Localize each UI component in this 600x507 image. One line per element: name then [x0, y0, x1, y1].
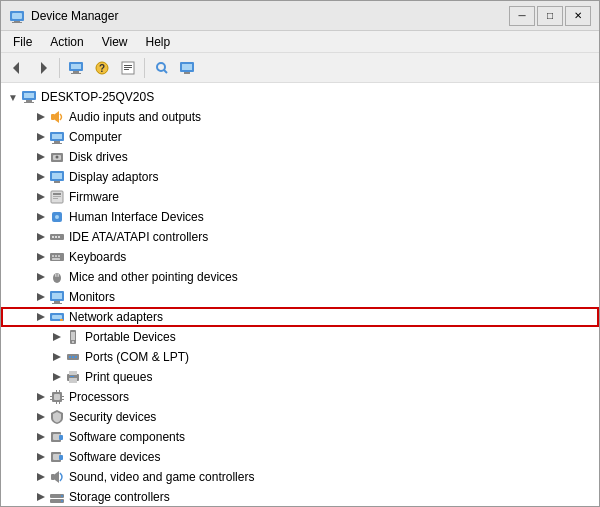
- display-label: Display adaptors: [69, 170, 158, 184]
- expander-disk[interactable]: [33, 149, 49, 165]
- svg-rect-57: [55, 255, 57, 257]
- expander-audio[interactable]: [33, 109, 49, 125]
- expander-print[interactable]: [49, 369, 65, 385]
- svg-rect-20: [184, 72, 190, 74]
- expander-computer[interactable]: [33, 129, 49, 145]
- firmware-label: Firmware: [69, 190, 119, 204]
- expander-sound[interactable]: [33, 469, 49, 485]
- svg-rect-68: [52, 303, 62, 304]
- tree-item-computer[interactable]: Computer: [1, 127, 599, 147]
- toolbar-separator-1: [59, 58, 60, 78]
- tree-item-processors[interactable]: Processors: [1, 387, 599, 407]
- svg-rect-102: [59, 435, 63, 440]
- properties-button[interactable]: [116, 56, 140, 80]
- svg-marker-46: [37, 213, 45, 221]
- ports-icon: [65, 349, 81, 365]
- svg-rect-89: [54, 394, 60, 400]
- svg-marker-107: [37, 473, 45, 481]
- forward-button[interactable]: [31, 56, 55, 80]
- menu-action[interactable]: Action: [42, 33, 91, 51]
- ports-label: Ports (COM & LPT): [85, 350, 189, 364]
- tree-item-hid[interactable]: Human Interface Devices: [1, 207, 599, 227]
- firmware-icon: [49, 189, 65, 205]
- expander-portable[interactable]: [49, 329, 65, 345]
- svg-rect-106: [59, 455, 63, 460]
- svg-rect-1: [12, 13, 22, 19]
- tree-item-firmware[interactable]: Firmware: [1, 187, 599, 207]
- network-label: Network adapters: [69, 310, 163, 324]
- processors-label: Processors: [69, 390, 129, 404]
- expander-softdev[interactable]: [33, 449, 49, 465]
- tree-root-item[interactable]: ▼ DESKTOP-25QV20S: [1, 87, 599, 107]
- tree-item-storage[interactable]: Storage controllers: [1, 487, 599, 506]
- root-icon: [21, 89, 37, 105]
- expander-storage[interactable]: [33, 489, 49, 505]
- display-button[interactable]: [175, 56, 199, 80]
- tree-item-softcomp[interactable]: Software components: [1, 427, 599, 447]
- maximize-button[interactable]: □: [537, 6, 563, 26]
- tree-item-portable[interactable]: Portable Devices: [1, 327, 599, 347]
- svg-rect-81: [75, 356, 77, 358]
- svg-rect-71: [52, 315, 62, 319]
- tree-item-print[interactable]: Print queues: [1, 367, 599, 387]
- menu-view[interactable]: View: [94, 33, 136, 51]
- expander-monitors[interactable]: [33, 289, 49, 305]
- svg-rect-95: [50, 399, 52, 400]
- tree-item-sound[interactable]: Sound, video and game controllers: [1, 467, 599, 487]
- expander-keyboard[interactable]: [33, 249, 49, 265]
- menu-help[interactable]: Help: [138, 33, 179, 51]
- tree-item-security[interactable]: Security devices: [1, 407, 599, 427]
- expander-processors[interactable]: [33, 389, 49, 405]
- tree-item-ide[interactable]: IDE ATA/ATAPI controllers: [1, 227, 599, 247]
- window-icon: [9, 8, 25, 24]
- tree-item-keyboard[interactable]: Keyboards: [1, 247, 599, 267]
- expander-hid[interactable]: [33, 209, 49, 225]
- expander-network[interactable]: [33, 309, 49, 325]
- tree-item-ports[interactable]: Ports (COM & LPT): [1, 347, 599, 367]
- disk-icon: [49, 149, 65, 165]
- expander-softcomp[interactable]: [33, 429, 49, 445]
- expander-security[interactable]: [33, 409, 49, 425]
- expander-display[interactable]: [33, 169, 49, 185]
- security-label: Security devices: [69, 410, 156, 424]
- sound-label: Sound, video and game controllers: [69, 470, 254, 484]
- svg-marker-87: [37, 393, 45, 401]
- svg-rect-53: [58, 236, 60, 238]
- expander-ide[interactable]: [33, 229, 49, 245]
- svg-rect-44: [53, 196, 61, 197]
- device-manager-window: Device Manager ─ □ ✕ File Action View He…: [0, 0, 600, 507]
- scan-button[interactable]: [149, 56, 173, 80]
- minimize-button[interactable]: ─: [509, 6, 535, 26]
- tree-item-disk[interactable]: Disk drives: [1, 147, 599, 167]
- svg-rect-93: [59, 402, 60, 404]
- tree-item-monitors[interactable]: Monitors: [1, 287, 599, 307]
- expander-mice[interactable]: [33, 269, 49, 285]
- tree-item-network[interactable]: Network adapters: [1, 307, 599, 327]
- svg-rect-79: [69, 356, 71, 358]
- tree-item-display[interactable]: Display adaptors: [1, 167, 599, 187]
- svg-rect-108: [51, 474, 55, 480]
- hid-label: Human Interface Devices: [69, 210, 204, 224]
- menu-file[interactable]: File: [5, 33, 40, 51]
- svg-rect-9: [71, 73, 81, 74]
- expander-firmware[interactable]: [33, 189, 49, 205]
- disk-label: Disk drives: [69, 150, 128, 164]
- help-button[interactable]: ?: [90, 56, 114, 80]
- computer-button[interactable]: [64, 56, 88, 80]
- svg-marker-5: [41, 62, 47, 74]
- svg-rect-30: [52, 134, 62, 139]
- svg-point-76: [72, 341, 74, 343]
- svg-marker-37: [37, 173, 45, 181]
- expander-ports[interactable]: [49, 349, 65, 365]
- print-label: Print queues: [85, 370, 152, 384]
- svg-rect-22: [24, 93, 34, 98]
- device-tree[interactable]: ▼ DESKTOP-25QV20S Audio inputs and outpu…: [1, 83, 599, 506]
- tree-item-audio[interactable]: Audio inputs and outputs: [1, 107, 599, 127]
- close-button[interactable]: ✕: [565, 6, 591, 26]
- back-button[interactable]: [5, 56, 29, 80]
- svg-rect-86: [70, 376, 74, 377]
- tree-item-softdev[interactable]: Software devices: [1, 447, 599, 467]
- tree-item-mice[interactable]: Mice and other pointing devices: [1, 267, 599, 287]
- root-expander[interactable]: ▼: [5, 89, 21, 105]
- svg-rect-92: [56, 402, 57, 404]
